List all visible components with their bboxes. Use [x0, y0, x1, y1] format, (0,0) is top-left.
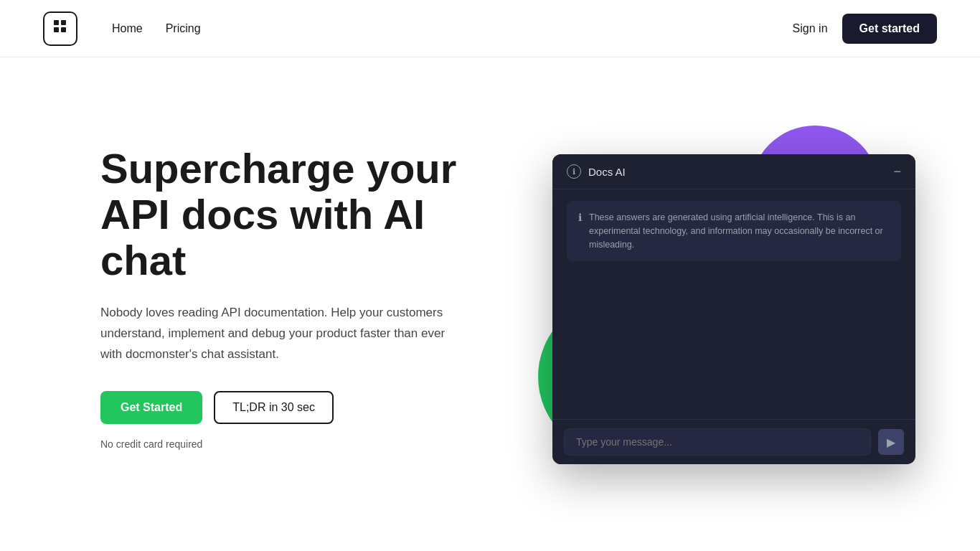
svg-rect-2	[61, 20, 66, 25]
no-credit-text: No credit card required	[100, 438, 495, 450]
nav-pricing[interactable]: Pricing	[166, 22, 201, 35]
chat-body: ℹ These answers are generated using arti…	[552, 189, 915, 419]
nav-home[interactable]: Home	[112, 22, 143, 35]
chat-notice: ℹ These answers are generated using arti…	[567, 201, 901, 261]
navbar-left: Home Pricing	[43, 11, 201, 46]
tldr-button[interactable]: TL;DR in 30 sec	[214, 391, 334, 424]
get-started-nav-button[interactable]: Get started	[842, 14, 937, 44]
how-section: How DocMonster Works	[0, 524, 980, 551]
hero-content: Supercharge your API docs with AI chat N…	[100, 146, 495, 450]
chat-footer: ▶	[552, 419, 915, 464]
chat-header-left: ℹ Docs AI	[567, 164, 626, 179]
chat-notice-icon: ℹ	[578, 212, 582, 251]
chat-minimize-button[interactable]: −	[893, 165, 901, 178]
send-icon: ▶	[887, 435, 895, 449]
get-started-hero-button[interactable]: Get Started	[100, 391, 202, 424]
chat-title: Docs AI	[588, 166, 626, 178]
chat-notice-text: These answers are generated using artifi…	[589, 211, 890, 251]
hero-buttons: Get Started TL;DR in 30 sec	[100, 391, 495, 424]
navbar-right: Sign in Get started	[793, 14, 937, 44]
svg-rect-0	[54, 20, 59, 25]
hero-description: Nobody loves reading API documentation. …	[100, 303, 459, 365]
svg-rect-3	[61, 27, 66, 32]
chat-header: ℹ Docs AI −	[552, 154, 915, 189]
navbar: Home Pricing Sign in Get started	[0, 0, 980, 57]
chat-send-button[interactable]: ▶	[878, 429, 904, 455]
chat-info-icon: ℹ	[567, 164, 581, 179]
chat-message-input[interactable]	[564, 428, 871, 456]
hero-visual: ℹ Docs AI − ℹ These answers are generate…	[524, 118, 937, 477]
nav-links: Home Pricing	[112, 22, 201, 35]
logo-icon	[52, 18, 69, 39]
logo[interactable]	[43, 11, 77, 46]
svg-rect-1	[54, 27, 59, 32]
hero-section: Supercharge your API docs with AI chat N…	[0, 57, 980, 524]
chat-widget: ℹ Docs AI − ℹ These answers are generate…	[552, 154, 915, 464]
hero-title: Supercharge your API docs with AI chat	[100, 146, 495, 283]
sign-in-button[interactable]: Sign in	[793, 22, 828, 35]
